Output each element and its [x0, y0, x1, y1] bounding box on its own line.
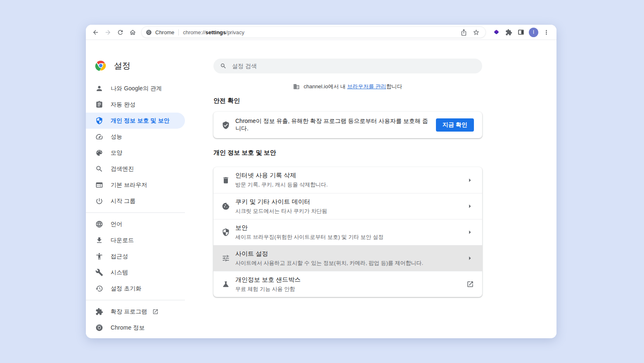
share-icon [460, 29, 467, 36]
reload-icon [117, 29, 124, 36]
settings-sidebar: 설정 나와 Google의 관계 자동 완성 개인 정보 보호 및 보안 성능 … [86, 40, 185, 338]
arrow-right-icon [466, 228, 474, 236]
privacy-section-heading: 개인 정보 보호 및 보안 [213, 149, 482, 157]
download-icon [95, 236, 103, 244]
search-icon [220, 63, 227, 69]
row-subtitle: 사이트에서 사용하고 표시할 수 있는 정보(위치, 카메라, 팝업 등)를 제… [235, 259, 466, 267]
row-security[interactable]: 보안 세이프 브라우징(위험한 사이트로부터 보호) 및 기타 보안 설정 [213, 219, 482, 245]
row-title: 쿠키 및 기타 사이트 데이터 [235, 198, 466, 206]
chrome-logo-icon [95, 60, 107, 71]
profile-avatar[interactable]: I [529, 28, 538, 37]
reload-button[interactable] [114, 26, 126, 38]
row-subtitle: 시크릿 모드에서는 타사 쿠키가 차단됨 [235, 207, 466, 215]
share-button[interactable] [458, 27, 469, 38]
sidebar-item-about-chrome[interactable]: Chrome 정보 [86, 320, 185, 336]
sidebar-item-default-browser[interactable]: 기본 브라우저 [86, 177, 185, 193]
puzzle-icon [505, 29, 512, 36]
arrow-right-icon [466, 176, 474, 184]
sidebar-item-performance[interactable]: 성능 [86, 129, 185, 145]
back-button[interactable] [89, 26, 102, 38]
side-panel-icon [517, 28, 525, 36]
bookmark-star-button[interactable] [471, 27, 481, 38]
palette-icon [95, 149, 103, 157]
trash-icon [222, 176, 230, 184]
forward-icon [104, 29, 111, 36]
diamond-extension-icon [492, 28, 500, 36]
open-in-new-icon [466, 280, 474, 288]
globe-icon [95, 220, 103, 228]
person-icon [95, 85, 103, 92]
row-subtitle: 방문 기록, 쿠키, 캐시 등을 삭제합니다. [235, 181, 466, 189]
sidebar-item-on-startup[interactable]: 시작 그룹 [86, 193, 185, 209]
browser-window-icon [95, 181, 103, 189]
restore-icon [95, 285, 103, 292]
chrome-logo-gray-icon [146, 29, 152, 35]
home-icon [129, 29, 136, 36]
sidebar-item-languages[interactable]: 언어 [86, 216, 185, 232]
flask-icon [222, 280, 230, 288]
extension-shortcut-button[interactable] [490, 26, 502, 38]
settings-header: 설정 [86, 40, 185, 80]
settings-content: channel.io에서 내 브라우저를 관리합니다 안전 확인 Chrome이… [185, 40, 556, 338]
search-icon [95, 165, 103, 173]
building-icon [293, 83, 300, 90]
star-icon [473, 29, 480, 36]
sidebar-divider [86, 212, 185, 213]
sidebar-item-extensions[interactable]: 확장 프로그램 [86, 304, 185, 320]
puzzle-icon [95, 308, 103, 316]
sidebar-item-search-engine[interactable]: 검색엔진 [86, 161, 185, 177]
arrow-right-icon [466, 202, 474, 210]
sidebar-item-reset-settings[interactable]: 설정 초기화 [86, 280, 185, 297]
more-vert-icon [543, 29, 550, 36]
sidebar-item-appearance[interactable]: 모양 [86, 145, 185, 161]
url-text: chrome://settings/privacy [183, 29, 458, 35]
power-icon [95, 197, 103, 205]
accessibility-icon [95, 252, 103, 260]
address-bar[interactable]: Chrome chrome://settings/privacy [141, 26, 486, 38]
settings-search [213, 59, 482, 73]
open-in-new-icon [152, 309, 159, 315]
forward-button[interactable] [102, 26, 114, 38]
check-now-button[interactable]: 지금 확인 [436, 118, 474, 132]
search-input[interactable] [232, 63, 476, 69]
row-privacy-sandbox[interactable]: 개인정보 보호 샌드박스 무료 체험 기능 사용 안함 [213, 271, 482, 297]
sidebar-item-system[interactable]: 시스템 [86, 264, 185, 280]
sidebar-item-autofill[interactable]: 자동 완성 [86, 97, 185, 113]
page-title: 설정 [114, 60, 130, 71]
row-title: 개인정보 보호 샌드박스 [235, 276, 466, 284]
tune-icon [222, 254, 230, 262]
manage-browser-link[interactable]: 브라우저를 관리 [347, 83, 386, 90]
managed-notice-text: channel.io에서 내 브라우저를 관리합니다 [303, 83, 402, 90]
row-site-settings[interactable]: 사이트 설정 사이트에서 사용하고 표시할 수 있는 정보(위치, 카메라, 팝… [213, 245, 482, 271]
row-cookies-and-site-data[interactable]: 쿠키 및 기타 사이트 데이터 시크릿 모드에서는 타사 쿠키가 차단됨 [213, 193, 482, 219]
row-subtitle: 무료 체험 기능 사용 안함 [235, 285, 466, 293]
chrome-logo-gray-icon [95, 324, 103, 332]
row-title: 인터넷 사용 기록 삭제 [235, 172, 466, 179]
side-panel-button[interactable] [515, 26, 527, 38]
row-clear-browsing-data[interactable]: 인터넷 사용 기록 삭제 방문 기록, 쿠키, 캐시 등을 삭제합니다. [213, 167, 482, 193]
sidebar-divider [86, 300, 185, 300]
wrench-icon [95, 269, 103, 276]
home-button[interactable] [126, 26, 139, 38]
row-subtitle: 세이프 브라우징(위험한 사이트로부터 보호) 및 기타 보안 설정 [235, 233, 466, 241]
url-app-label: Chrome [155, 29, 174, 35]
shield-icon [95, 117, 103, 125]
arrow-right-icon [466, 254, 474, 262]
row-title: 보안 [235, 224, 466, 232]
browser-window: Chrome chrome://settings/privacy I [86, 25, 556, 338]
shield-icon [222, 228, 230, 236]
cookie-icon [222, 202, 230, 210]
sidebar-item-accessibility[interactable]: 접근성 [86, 248, 185, 264]
sidebar-item-you-and-google[interactable]: 나와 Google의 관계 [86, 80, 185, 97]
shield-check-icon [222, 121, 230, 130]
safety-check-description: Chrome이 정보 유출, 유해한 확장 프로그램 등으로부터 사용자를 보호… [235, 118, 436, 132]
url-separator [178, 29, 179, 35]
safety-check-heading: 안전 확인 [213, 97, 482, 105]
menu-button[interactable] [540, 26, 552, 38]
privacy-card: 인터넷 사용 기록 삭제 방문 기록, 쿠키, 캐시 등을 삭제합니다. 쿠키 … [213, 167, 482, 297]
clipboard-icon [95, 101, 103, 108]
sidebar-item-privacy-and-security[interactable]: 개인 정보 보호 및 보안 [86, 113, 185, 129]
safety-check-card: Chrome이 정보 유출, 유해한 확장 프로그램 등으로부터 사용자를 보호… [213, 112, 482, 138]
extensions-button[interactable] [502, 26, 515, 38]
sidebar-item-downloads[interactable]: 다운로드 [86, 232, 185, 248]
